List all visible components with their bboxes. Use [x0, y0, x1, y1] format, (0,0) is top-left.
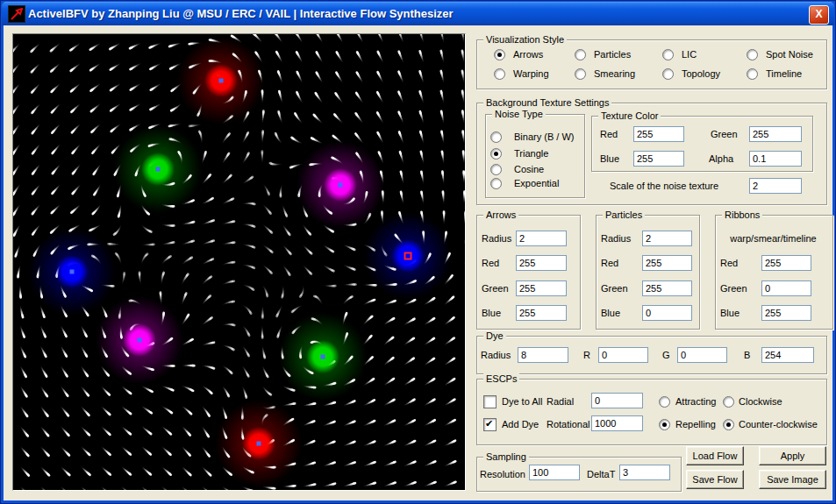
attracting-radio[interactable] — [659, 396, 670, 408]
repelling-label: Repelling — [675, 419, 716, 430]
dye-radius-input[interactable] — [518, 347, 568, 363]
noise-type-radio-cosine[interactable] — [490, 164, 502, 175]
arrows-radius-input[interactable] — [516, 231, 567, 246]
save-flow-button[interactable]: Save Flow — [686, 470, 744, 489]
add-dye-checkbox[interactable] — [483, 418, 497, 431]
visualization-style-radio-particles[interactable] — [575, 49, 586, 60]
group-particles-label: Particles — [603, 209, 645, 221]
deltat-label: DeltaT — [587, 469, 615, 480]
visualization-style-label-warping: Warping — [513, 68, 549, 80]
dye-b-label: B — [744, 350, 750, 361]
visualization-style-radio-warping[interactable] — [494, 68, 505, 80]
visualization-style-radio-smearing[interactable] — [575, 68, 586, 80]
close-button[interactable]: X — [809, 5, 829, 25]
noise-scale-label: Scale of the noise texture — [610, 181, 718, 192]
texture-alpha-label: Alpha — [709, 153, 733, 165]
texture-red-label: Red — [600, 129, 618, 140]
rotational-input[interactable] — [591, 415, 643, 431]
ribbons-green-label: Green — [720, 283, 747, 295]
dye-to-all-label: Dye to All — [502, 396, 542, 408]
deltat-input[interactable] — [619, 465, 670, 480]
group-sampling-label: Sampling — [483, 451, 529, 463]
counter-clockwise-label: Counter-clockwise — [739, 419, 818, 430]
visualization-style-radio-topology[interactable] — [662, 68, 674, 80]
visualization-style-radio-arrows[interactable] — [494, 49, 505, 60]
ribbons-blue-label: Blue — [720, 308, 740, 319]
ribbons-blue-input[interactable] — [761, 305, 811, 321]
group-visualization-style-label: Visualization Style — [483, 34, 567, 46]
arrows-blue-label: Blue — [482, 308, 501, 319]
rotational-label: Rotational — [547, 419, 590, 430]
ribbons-green-input[interactable] — [761, 280, 811, 296]
resolution-label: Resolution — [480, 469, 525, 480]
arrows-red-input[interactable] — [516, 255, 567, 271]
visualization-style-label-topology: Topology — [682, 68, 720, 80]
load-flow-button[interactable]: Load Flow — [686, 446, 744, 465]
group-ribbons-label: Ribbons — [722, 209, 762, 221]
arrows-green-input[interactable] — [516, 280, 567, 296]
dye-b-input[interactable] — [761, 347, 814, 363]
visualization-style-radio-lic[interactable] — [662, 49, 674, 60]
flow-view — [12, 33, 466, 491]
particles-red-input[interactable] — [642, 255, 692, 271]
noise-type-radio-binary-b-w-[interactable] — [490, 131, 502, 143]
group-dye-label: Dye — [483, 330, 506, 342]
texture-blue-input[interactable] — [633, 151, 684, 167]
particles-green-label: Green — [601, 283, 628, 295]
ribbons-red-label: Red — [720, 258, 738, 269]
dye-g-label: G — [662, 350, 670, 361]
group-escps: ESCPs — [476, 379, 827, 445]
radial-label: Radial — [547, 396, 574, 408]
dye-r-input[interactable] — [598, 347, 648, 363]
dye-radius-label: Radius — [481, 350, 511, 361]
dye-r-label: R — [583, 350, 590, 361]
noise-type-radio-triangle[interactable] — [490, 148, 502, 160]
visualization-style-label-lic: LIC — [682, 49, 697, 60]
texture-alpha-input[interactable] — [749, 151, 802, 167]
ribbons-red-input[interactable] — [761, 255, 811, 271]
app-window: ActiveIBFV by Zhanping Liu @ MSU / ERC /… — [0, 0, 836, 504]
particles-green-input[interactable] — [642, 280, 692, 296]
dye-g-input[interactable] — [677, 347, 727, 363]
noise-type-label-cosine: Cosine — [514, 164, 544, 175]
texture-red-input[interactable] — [633, 126, 684, 142]
save-image-button[interactable]: Save Image — [759, 470, 826, 489]
noise-type-label-binary-b-w-: Binary (B / W) — [514, 131, 574, 143]
group-escps-label: ESCPs — [483, 373, 519, 385]
repelling-radio[interactable] — [659, 419, 670, 430]
title-bar[interactable]: ActiveIBFV by Zhanping Liu @ MSU / ERC /… — [2, 2, 834, 25]
arrows-radius-label: Radius — [482, 233, 511, 245]
texture-blue-label: Blue — [600, 153, 619, 165]
group-background-texture-label: Background Texture Settings — [483, 97, 611, 109]
noise-type-label-expoential: Expoential — [514, 178, 559, 189]
visualization-style-radio-spot-noise[interactable] — [747, 49, 758, 60]
particles-radius-input[interactable] — [642, 231, 692, 246]
visualization-style-radio-timeline[interactable] — [747, 68, 758, 80]
particles-blue-input[interactable] — [642, 305, 692, 321]
texture-green-input[interactable] — [749, 126, 802, 142]
texture-green-label: Green — [711, 129, 738, 140]
particles-blue-label: Blue — [601, 308, 620, 319]
noise-scale-input[interactable] — [749, 178, 802, 194]
dye-to-all-checkbox[interactable] — [483, 395, 497, 408]
arrows-blue-input[interactable] — [516, 305, 567, 321]
visualization-style-label-arrows: Arrows — [513, 49, 543, 60]
clockwise-radio[interactable] — [723, 396, 734, 408]
visualization-style-label-smearing: Smearing — [594, 68, 635, 80]
group-noise-type-label: Noise Type — [492, 109, 546, 120]
particles-radius-label: Radius — [601, 233, 631, 245]
window-title: ActiveIBFV by Zhanping Liu @ MSU / ERC /… — [28, 7, 454, 20]
visualization-style-label-timeline: Timeline — [766, 68, 802, 80]
group-arrows-label: Arrows — [483, 209, 518, 221]
group-visualization-style: Visualization Style — [476, 39, 827, 89]
visualization-style-label-particles: Particles — [594, 49, 631, 60]
noise-type-radio-expoential[interactable] — [490, 178, 502, 189]
flow-canvas[interactable] — [13, 34, 465, 490]
resolution-input[interactable] — [529, 465, 580, 480]
arrows-red-label: Red — [482, 258, 499, 269]
attracting-label: Attracting — [675, 396, 716, 408]
counter-clockwise-radio[interactable] — [723, 419, 734, 430]
radial-input[interactable] — [591, 393, 643, 408]
apply-button[interactable]: Apply — [759, 446, 826, 465]
add-dye-label: Add Dye — [502, 419, 539, 430]
